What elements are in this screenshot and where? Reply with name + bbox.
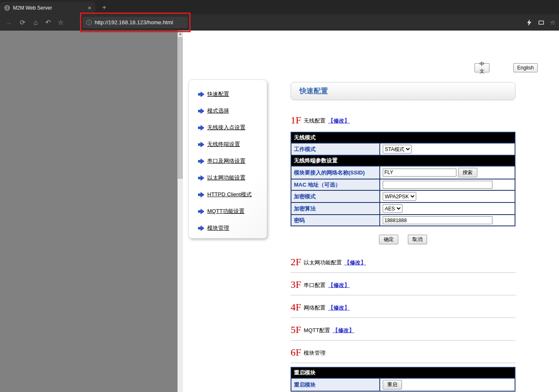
page-content: 中文 English 快速配置 模式选择 无线接入点设置 无线终端设置 串口	[183, 31, 559, 392]
main-content: 快速配置 1F 无线配置 【修改】 无线模式 工作模式 STA模式 无线终端参数…	[291, 82, 515, 392]
wireless-config-table: 无线模式 工作模式 STA模式 无线终端参数设置 模块要接入的网络名称(SSID…	[291, 132, 515, 226]
arrow-icon	[198, 125, 204, 131]
back-icon[interactable]: →	[3, 14, 14, 31]
section-label: 无线配置	[304, 115, 325, 125]
sidebar-item-uart-network[interactable]: 串口及网络设置	[198, 153, 267, 169]
bookmark-star-icon[interactable]: ☆	[55, 14, 66, 31]
arrow-icon	[198, 108, 204, 114]
tab-title: M2M Web Server	[13, 5, 84, 11]
vertical-scrollbar[interactable]: ▲	[178, 31, 183, 392]
restart-label: 重启模块	[291, 378, 380, 391]
table-row: 模块要接入的网络名称(SSID) 搜索	[291, 166, 515, 179]
section-4f: 4F 网络配置 【修改】	[291, 295, 515, 318]
sidebar-item-label[interactable]: MQTT功能设置	[207, 208, 245, 215]
site-info-icon[interactable]: i	[86, 20, 92, 25]
section-number: 6F	[291, 347, 301, 357]
favorites-star-icon[interactable]: ☆	[549, 19, 556, 26]
table-row: 重启模块 重启	[291, 378, 515, 391]
address-bar[interactable]: i http://192.168.18.123/home.html	[82, 17, 188, 28]
sidebar-menu: 快速配置 模式选择 无线接入点设置 无线终端设置 串口及网络设置 以太网功能设置	[188, 79, 267, 238]
table-row: 加密模式 WPA2PSK	[291, 190, 515, 202]
section-3f: 3F 串口配置 【修改】	[291, 273, 515, 295]
language-chinese-button[interactable]: 中文	[474, 63, 489, 72]
form-buttons: 确定 取消	[291, 235, 515, 244]
group-header-wireless-mode: 无线模式	[291, 132, 515, 143]
modify-link-ethernet[interactable]: 【修改】	[344, 257, 366, 266]
sidebar-item-mode-select[interactable]: 模式选择	[198, 102, 267, 119]
group-header-sta-params: 无线终端参数设置	[291, 155, 515, 166]
modify-link-wireless[interactable]: 【修改】	[328, 115, 350, 125]
page-title: 快速配置	[291, 82, 515, 100]
arrow-icon	[198, 192, 204, 197]
scrollbar-thumb[interactable]	[178, 37, 183, 179]
work-mode-select[interactable]: STA模式	[383, 145, 412, 154]
sidebar-item-quick-config[interactable]: 快速配置	[198, 86, 267, 102]
sidebar-item-ap-settings[interactable]: 无线接入点设置	[198, 119, 267, 136]
section-5f: 5F MQTT配置 【修改】	[291, 318, 515, 341]
sidebar-item-httpd-client[interactable]: HTTPD Client模式	[198, 186, 267, 203]
restart-button[interactable]: 重启	[383, 380, 402, 389]
confirm-button[interactable]: 确定	[379, 235, 398, 244]
mac-label: MAC 地址（可选）	[291, 179, 380, 190]
sidebar-item-label[interactable]: 快速配置	[207, 90, 229, 98]
section-2f: 2F 以太网功能配置 【修改】	[291, 250, 515, 273]
language-english-button[interactable]: English	[513, 63, 538, 72]
modify-link-serial[interactable]: 【修改】	[328, 280, 350, 289]
sidebar-item-label[interactable]: 无线终端设置	[207, 141, 240, 148]
restart-group-header: 重启模块	[291, 367, 515, 378]
section-label: MQTT配置	[304, 325, 330, 334]
section-number: 4F	[291, 302, 301, 312]
section-number: 2F	[291, 257, 301, 267]
arrow-icon	[198, 225, 204, 231]
section-number: 5F	[291, 325, 301, 335]
sidebar-item-label[interactable]: 模式选择	[207, 107, 229, 115]
cancel-button[interactable]: 取消	[408, 235, 427, 244]
restart-module-table: 重启模块 重启模块 重启	[291, 367, 515, 392]
encryption-alg-select[interactable]: AES	[383, 204, 402, 213]
password-input[interactable]	[383, 216, 492, 224]
section-label: 模块管理	[304, 348, 325, 357]
url-text[interactable]: http://192.168.18.123/home.html	[95, 19, 173, 26]
reload-icon[interactable]: ⟳	[17, 14, 28, 31]
home-icon[interactable]: ⌂	[30, 14, 41, 31]
sidebar-item-label[interactable]: 模块管理	[207, 224, 229, 232]
encryption-mode-select[interactable]: WPA2PSK	[383, 192, 416, 201]
sidebar-item-label[interactable]: HTTPD Client模式	[207, 191, 252, 198]
section-label: 串口配置	[304, 280, 325, 289]
toolbar-right-icons: ☆	[526, 14, 556, 31]
lightning-icon[interactable]	[526, 19, 533, 26]
mac-input[interactable]	[383, 181, 492, 189]
encryption-mode-label: 加密模式	[291, 190, 380, 202]
section-list: 2F 以太网功能配置 【修改】 3F 串口配置 【修改】 4F 网络配置 【修改…	[291, 250, 515, 363]
sidebar-item-label[interactable]: 以太网功能设置	[207, 174, 245, 182]
section-number: 1F	[291, 115, 301, 125]
modify-link-mqtt[interactable]: 【修改】	[332, 325, 354, 334]
search-button[interactable]: 搜索	[458, 168, 477, 177]
browser-tab[interactable]: M2M Web Server ×	[0, 2, 95, 14]
table-row: MAC 地址（可选）	[291, 179, 515, 190]
section-6f: 6F 模块管理	[291, 341, 515, 363]
ssid-input[interactable]	[383, 169, 456, 177]
sidebar-item-module-manage[interactable]: 模块管理	[198, 220, 267, 236]
undo-arrow-icon[interactable]: ↶	[43, 14, 54, 31]
table-row: 工作模式 STA模式	[291, 143, 515, 155]
new-tab-button[interactable]: +	[100, 3, 109, 12]
sidebar-item-sta-settings[interactable]: 无线终端设置	[198, 136, 267, 153]
table-row: 加密算法 AES	[291, 202, 515, 215]
globe-icon	[4, 5, 10, 11]
window-panel-icon[interactable]	[537, 19, 545, 26]
close-tab-icon[interactable]: ×	[87, 5, 92, 11]
arrow-icon	[198, 175, 204, 181]
modify-link-network[interactable]: 【修改】	[328, 302, 350, 312]
section-label: 网络配置	[304, 302, 325, 312]
encryption-alg-label: 加密算法	[291, 202, 380, 215]
empty-left-frame	[0, 31, 178, 392]
sidebar-item-label[interactable]: 无线接入点设置	[207, 124, 245, 131]
sidebar-item-ethernet[interactable]: 以太网功能设置	[198, 169, 267, 186]
work-mode-label: 工作模式	[291, 143, 380, 155]
sidebar-item-label[interactable]: 串口及网络设置	[207, 157, 245, 165]
arrow-icon	[198, 209, 204, 214]
sidebar-item-mqtt[interactable]: MQTT功能设置	[198, 203, 267, 220]
scrollbar-up-arrow-icon[interactable]: ▲	[178, 31, 183, 37]
arrow-icon	[198, 159, 204, 164]
